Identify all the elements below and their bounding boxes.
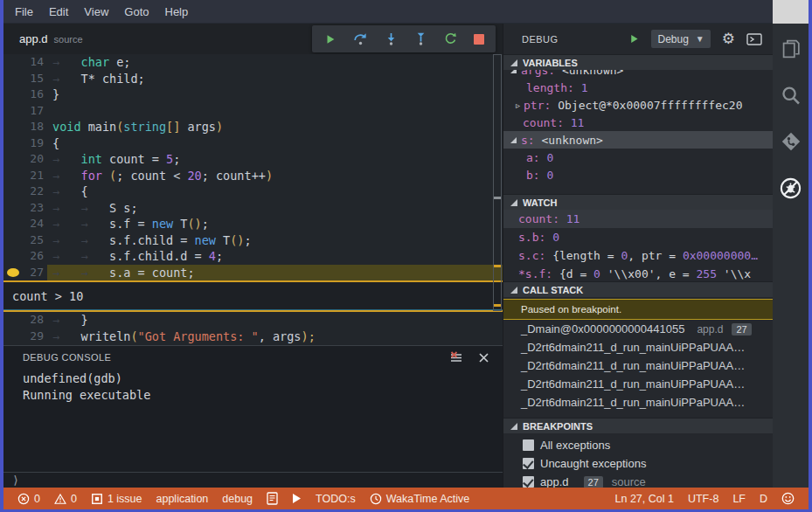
menu-goto[interactable]: Goto	[116, 5, 156, 18]
breakpoint-margin[interactable]	[3, 71, 21, 87]
breakpoint-margin[interactable]	[3, 248, 21, 265]
breakpoint-condition-input[interactable]: count > 10	[3, 282, 503, 310]
breakpoint-hint: source	[612, 475, 646, 488]
variable-row[interactable]: b: 0	[503, 166, 773, 183]
breakpoint-margin[interactable]	[3, 232, 21, 249]
code-line[interactable]: 27→ → s.a = count;	[3, 265, 503, 281]
variable-row[interactable]: ▹ptr: Object@*0x00007ffffffffec20	[503, 96, 773, 114]
status-item[interactable]	[285, 488, 309, 509]
launch-config-dropdown[interactable]: Debug ▼	[651, 30, 710, 48]
step-out-icon[interactable]	[414, 32, 427, 45]
watch-row[interactable]: s.c: {length = 0, ptr = 0x00000000…	[503, 246, 773, 265]
close-icon[interactable]	[479, 353, 489, 363]
code-line[interactable]: 29→ writeln("Got Arguments: ", args);	[3, 329, 503, 345]
breakpoint-margin[interactable]	[3, 86, 21, 103]
restart-icon[interactable]	[444, 32, 457, 45]
status-item-todo-s[interactable]: TODO:s	[309, 488, 363, 509]
status-item-application[interactable]: application	[149, 488, 216, 509]
menu-edit[interactable]: Edit	[41, 5, 76, 18]
step-into-icon[interactable]	[385, 32, 398, 45]
code-line[interactable]: 23→ → S s;	[3, 200, 503, 217]
code-line[interactable]: 14→ char e;	[3, 54, 503, 71]
variable-row[interactable]: args: <unknown>	[503, 70, 773, 79]
gutter: 27	[3, 265, 47, 281]
menu-view[interactable]: View	[76, 5, 116, 18]
code-line[interactable]: 22→ {	[3, 183, 503, 200]
breakpoint-margin[interactable]	[3, 312, 21, 329]
stop-icon[interactable]	[474, 34, 484, 45]
status-item-1-issue[interactable]: 1 issue	[84, 488, 149, 509]
activity-debug-off-icon[interactable]	[780, 177, 802, 199]
section-watch[interactable]: WATCH	[503, 194, 773, 210]
editor-scrollbar[interactable]	[493, 54, 502, 311]
breakpoint-margin[interactable]	[3, 103, 21, 120]
clear-console-icon[interactable]	[449, 351, 463, 364]
activity-search-icon[interactable]	[781, 85, 801, 106]
status-item-0[interactable]: 0	[10, 488, 47, 509]
breakpoint-row[interactable]: app.d27source	[503, 473, 773, 488]
status-item-wakatime-active[interactable]: WakaTime Active	[363, 488, 477, 509]
tab-app-d[interactable]: app.d source	[3, 24, 83, 54]
code-line[interactable]: 28→ }	[3, 312, 503, 329]
stack-frame[interactable]: _D2rt6dmain211_d_run_mainUiPPaPUAA…	[503, 338, 773, 356]
debug-console-toggle-icon[interactable]	[746, 33, 762, 45]
breakpoint-row[interactable]: All exceptions	[503, 436, 773, 454]
code-line[interactable]: 18void main(string[] args)	[3, 119, 503, 135]
code-line[interactable]: 26→ → s.f.child.d = 4;	[3, 248, 503, 265]
breakpoint-margin[interactable]	[3, 265, 21, 281]
section-breakpoints[interactable]: BREAKPOINTS	[503, 418, 773, 433]
breakpoint-margin[interactable]	[3, 183, 21, 200]
step-over-icon[interactable]	[353, 32, 368, 45]
activity-source-control-icon[interactable]	[781, 131, 802, 152]
breakpoint-margin[interactable]	[3, 200, 21, 217]
section-variables[interactable]: VARIABLES	[503, 54, 773, 70]
debug-console-input[interactable]: ⟩	[3, 472, 503, 488]
breakpoint-checkbox[interactable]	[523, 458, 534, 469]
continue-icon[interactable]	[324, 33, 337, 45]
code-line[interactable]: 17	[3, 103, 503, 120]
start-debug-icon[interactable]	[628, 33, 640, 45]
status-item[interactable]	[260, 488, 285, 509]
code-line[interactable]: 24→ → s.f = new T();	[3, 216, 503, 232]
code-editor[interactable]: 14→ char e;15→ T* child;16}1718void main…	[3, 54, 503, 345]
breakpoint-margin[interactable]	[3, 168, 21, 184]
breakpoint-margin[interactable]	[3, 151, 21, 168]
code-line[interactable]: 15→ T* child;	[3, 71, 503, 87]
status-item-d[interactable]: D	[753, 488, 774, 509]
breakpoint-margin[interactable]	[3, 54, 21, 71]
status-item-0[interactable]: 0	[47, 488, 84, 509]
breakpoint-margin[interactable]	[3, 329, 21, 345]
breakpoint-checkbox[interactable]	[523, 476, 534, 488]
activity-files-icon[interactable]	[781, 38, 801, 59]
menu-help[interactable]: Help	[157, 5, 197, 18]
watch-row[interactable]: count: 11	[503, 210, 773, 228]
status-item-lf[interactable]: LF	[725, 488, 753, 509]
status-item[interactable]	[774, 488, 802, 509]
breakpoint-margin[interactable]	[3, 135, 21, 152]
stack-frame[interactable]: _Dmain@0x0000000000441055app.d27	[503, 320, 773, 338]
code-line[interactable]: 19{	[3, 135, 503, 152]
watch-row[interactable]: *s.f: {d = 0 '\\x00', e = 255 '\\x	[503, 265, 773, 281]
gear-icon[interactable]: ⚙	[722, 31, 735, 46]
stack-frame[interactable]: _D2rt6dmain211_d_run_mainUiPPaPUAA…	[503, 393, 773, 412]
code-line[interactable]: 16}	[3, 86, 503, 103]
breakpoint-margin[interactable]	[3, 216, 21, 232]
variable-row[interactable]: s: <unknown>	[503, 131, 773, 149]
status-item-ln-27-col-1[interactable]: Ln 27, Col 1	[608, 488, 681, 509]
section-call-stack[interactable]: CALL STACK	[503, 281, 773, 297]
code-line[interactable]: 21→ for (; count < 20; count++)	[3, 168, 503, 184]
breakpoint-checkbox[interactable]	[523, 439, 534, 451]
variable-row[interactable]: length: 1	[503, 79, 773, 96]
status-item-utf-8[interactable]: UTF-8	[681, 488, 725, 509]
stack-frame[interactable]: _D2rt6dmain211_d_run_mainUiPPaPUAA…	[503, 356, 773, 375]
code-line[interactable]: 20→ int count = 5;	[3, 151, 503, 168]
stack-frame[interactable]: _D2rt6dmain211_d_run_mainUiPPaPUAA…	[503, 375, 773, 393]
status-item-debug[interactable]: debug	[215, 488, 260, 509]
code-line[interactable]: 25→ → s.f.child = new T();	[3, 232, 503, 249]
breakpoint-row[interactable]: Uncaught exceptions	[503, 454, 773, 473]
watch-row[interactable]: s.b: 0	[503, 228, 773, 246]
menu-file[interactable]: File	[7, 5, 41, 18]
breakpoint-margin[interactable]	[3, 119, 21, 135]
variable-row[interactable]: count: 11	[503, 114, 773, 131]
variable-row[interactable]: a: 0	[503, 149, 773, 166]
